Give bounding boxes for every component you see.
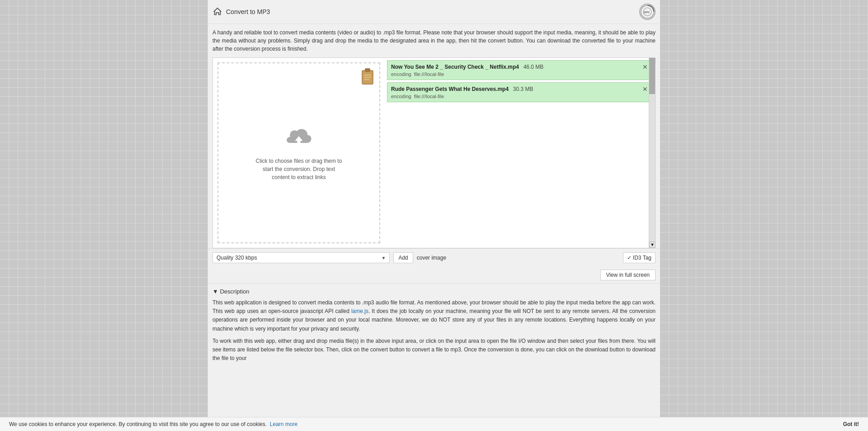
clipboard-icon — [360, 68, 375, 88]
upload-cloud-icon — [283, 124, 315, 152]
bottom-controls: Quality 320 kbps ▼ Add cover image ✓ ID3… — [208, 248, 660, 267]
section-title: ▼ Description — [212, 288, 656, 295]
files-panel: Now You See Me 2 _ Security Check _ Netf… — [385, 58, 655, 248]
scrollbar-down-arrow[interactable]: ▼ — [649, 242, 656, 248]
file-name-1: Now You See Me 2 _ Security Check _ Netf… — [391, 64, 519, 70]
description-paragraph-2: To work with this web app, either drag a… — [212, 337, 656, 363]
svg-text:MP3: MP3 — [644, 10, 650, 14]
mp3-logo: MP3 — [639, 4, 656, 20]
lame-js-link[interactable]: lame.js — [351, 308, 368, 314]
close-file-1-button[interactable]: ✕ — [642, 64, 649, 70]
got-it-button[interactable]: Got it! — [843, 421, 859, 427]
file-item: Now You See Me 2 _ Security Check _ Netf… — [387, 60, 653, 80]
svg-rect-4 — [365, 68, 370, 72]
cookie-bar: We use cookies to enhance your experienc… — [0, 417, 868, 431]
file-size-1: 46.0 MB — [524, 64, 544, 70]
quality-label: Quality 320 kbps — [217, 255, 381, 261]
quality-dropdown-arrow: ▼ — [381, 256, 386, 260]
page-title: Convert to MP3 — [226, 8, 639, 15]
file-status-1: encoding file:///local-file — [391, 71, 649, 77]
close-file-2-button[interactable]: ✕ — [642, 86, 649, 92]
header-description: A handy and reliable tool to convert med… — [208, 24, 660, 57]
drop-zone-text: Click to choose files or drag them to st… — [254, 157, 344, 181]
quality-select[interactable]: Quality 320 kbps ▼ — [212, 252, 390, 263]
id3-tag-button[interactable]: ✓ ID3 Tag — [623, 252, 656, 263]
section-body: This web application is designed to conv… — [212, 298, 656, 363]
learn-more-link[interactable]: Learn more — [270, 421, 297, 427]
file-size-2: 30.3 MB — [513, 86, 533, 92]
file-item-2: Rude Passenger Gets What He Deserves.mp4… — [387, 82, 653, 102]
scrollbar-track: ▲ ▼ — [649, 58, 655, 248]
add-cover-button[interactable]: Add — [393, 252, 413, 263]
home-icon[interactable] — [212, 7, 222, 17]
main-container: Convert to MP3 MP3 A handy and reliable … — [208, 0, 660, 431]
svg-rect-7 — [364, 79, 369, 80]
converter-area: Click to choose files or drag them to st… — [212, 57, 656, 248]
svg-rect-5 — [364, 75, 371, 76]
fullscreen-button[interactable]: View in full screen — [600, 270, 656, 280]
scrollbar-thumb[interactable] — [649, 58, 655, 94]
drop-zone[interactable]: Click to choose files or drag them to st… — [217, 62, 380, 243]
cookie-text: We use cookies to enhance your experienc… — [9, 421, 297, 427]
description-paragraph-1: This web application is designed to conv… — [212, 298, 656, 333]
svg-rect-6 — [364, 77, 371, 78]
header: Convert to MP3 MP3 — [208, 0, 660, 24]
file-status-2: encoding file:///local-file — [391, 94, 649, 99]
cover-image-label: cover image — [417, 255, 446, 261]
section-description: ▼ Description This web application is de… — [208, 283, 660, 371]
fullscreen-row: View in full screen — [208, 267, 660, 283]
file-name-2: Rude Passenger Gets What He Deserves.mp4 — [391, 86, 509, 92]
